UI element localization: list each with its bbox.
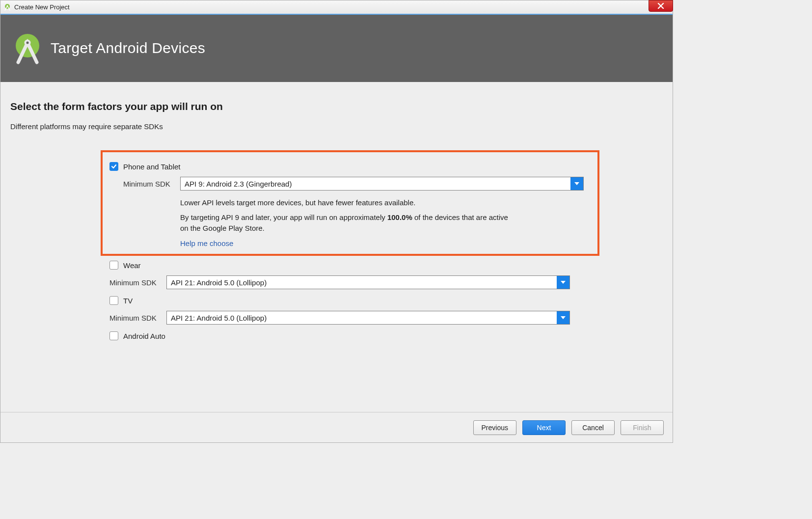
next-button[interactable]: Next [522, 420, 566, 435]
dropdown-arrow-icon [557, 276, 569, 289]
help-me-choose-link[interactable]: Help me choose [180, 239, 233, 247]
phone-tablet-checkbox[interactable] [109, 162, 118, 171]
auto-checkbox[interactable] [109, 331, 118, 340]
page-subheading: Different platforms may require separate… [10, 122, 663, 131]
tv-sdk-select[interactable]: API 21: Android 5.0 (Lollipop) [166, 311, 570, 325]
tv-checkbox[interactable] [109, 296, 118, 305]
wear-sdk-label: Minimum SDK [109, 278, 166, 287]
auto-label: Android Auto [123, 332, 165, 340]
hint-line-1: Lower API levels target more devices, bu… [180, 197, 514, 208]
close-button[interactable] [649, 0, 673, 12]
form-factors-area: Phone and Tablet Minimum SDK API 9: Andr… [10, 150, 599, 340]
titlebar: Create New Project [0, 0, 673, 14]
tv-sdk-label: Minimum SDK [109, 314, 166, 322]
wear-section: Wear Minimum SDK API 21: Android 5.0 (Lo… [103, 261, 599, 340]
dialog-window: Create New Project Target Android Device… [0, 0, 673, 443]
android-studio-logo-icon [11, 32, 44, 64]
content: Select the form factors your app will ru… [0, 82, 673, 340]
wear-sdk-select[interactable]: API 21: Android 5.0 (Lollipop) [166, 275, 570, 289]
dropdown-arrow-icon [557, 311, 569, 324]
dropdown-arrow-icon [570, 177, 583, 190]
tv-sdk-value: API 21: Android 5.0 (Lollipop) [167, 314, 557, 322]
footer: Previous Next Cancel Finish [0, 412, 673, 442]
phone-tablet-label: Phone and Tablet [123, 163, 181, 171]
finish-button: Finish [621, 420, 664, 435]
hint-percentage: 100.0% [387, 213, 412, 221]
svg-point-1 [7, 5, 8, 6]
window-title: Create New Project [14, 3, 70, 11]
phone-tablet-sdk-select[interactable]: API 9: Android 2.3 (Gingerbread) [180, 177, 584, 191]
page-heading: Select the form factors your app will ru… [10, 101, 663, 112]
checkmark-icon [111, 164, 117, 169]
svg-point-4 [27, 42, 29, 44]
close-icon [657, 3, 664, 9]
highlighted-phone-tablet-section: Phone and Tablet Minimum SDK API 9: Andr… [101, 150, 599, 256]
phone-tablet-sdk-label: Minimum SDK [123, 180, 180, 188]
phone-tablet-sdk-value: API 9: Android 2.3 (Gingerbread) [181, 180, 570, 188]
wear-checkbox[interactable] [109, 261, 118, 270]
wear-sdk-value: API 21: Android 5.0 (Lollipop) [167, 278, 557, 287]
banner-title: Target Android Devices [51, 40, 205, 56]
app-icon [3, 3, 11, 11]
phone-tablet-hint: Lower API levels target more devices, bu… [180, 197, 514, 233]
tv-label: TV [123, 297, 133, 305]
hint-line-2: By targeting API 9 and later, your app w… [180, 212, 514, 234]
banner: Target Android Devices [0, 14, 673, 82]
wear-label: Wear [123, 261, 141, 270]
cancel-button[interactable]: Cancel [571, 420, 615, 435]
hint-prefix: By targeting API 9 and later, your app w… [180, 213, 387, 221]
previous-button[interactable]: Previous [473, 420, 516, 435]
